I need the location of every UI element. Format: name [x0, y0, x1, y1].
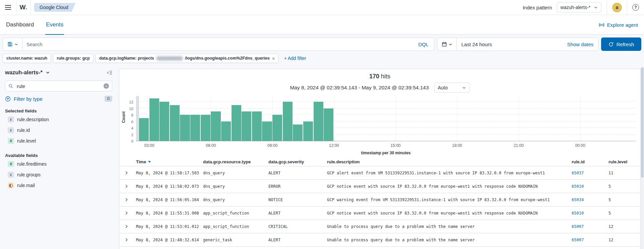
rule-id-link[interactable]: 65010 — [572, 184, 584, 189]
cell-rule-id: 65010 — [572, 184, 608, 189]
histogram-bar[interactable] — [149, 98, 159, 141]
column-header-rule-description[interactable]: rule.description — [327, 159, 572, 164]
collapse-sidebar-button[interactable] — [107, 70, 112, 75]
y-tick-label: 0 — [122, 139, 133, 143]
expand-row-button[interactable] — [119, 198, 136, 201]
expand-row-button[interactable] — [119, 211, 136, 215]
top-header: W. Google Cloud Index pattern wazuh-aler… — [0, 0, 644, 15]
saved-queries-button[interactable] — [3, 38, 22, 51]
histogram-bar[interactable] — [159, 102, 169, 141]
filter-pill[interactable]: cluster.name: wazuh — [3, 54, 51, 63]
histogram-bar[interactable] — [221, 121, 231, 141]
expand-row-button[interactable] — [119, 184, 136, 188]
cell-rule-description: GCP alert event from VM 531339229531.ins… — [327, 171, 572, 175]
histogram-bar[interactable] — [242, 111, 251, 141]
scrollbar-thumb[interactable] — [641, 67, 644, 178]
histogram-bar[interactable] — [314, 102, 323, 141]
query-language-button[interactable]: DQL — [413, 42, 434, 47]
breadcrumb-google-cloud[interactable]: Google Cloud — [34, 3, 76, 12]
expand-row-button[interactable] — [119, 238, 136, 242]
broadcast-icon — [599, 22, 604, 28]
menu-button[interactable] — [0, 5, 16, 10]
field-item-rule-groups[interactable]: trule.groups — [5, 169, 112, 180]
y-tick-label: 10 — [122, 107, 133, 111]
remove-filter-icon[interactable]: × — [272, 56, 275, 61]
histogram-bar[interactable] — [170, 105, 180, 141]
column-header-severity[interactable]: data.gcp.severity — [268, 159, 327, 164]
clear-search-icon[interactable]: × — [104, 83, 109, 89]
avatar[interactable]: a — [612, 3, 622, 12]
x-gridline — [519, 96, 519, 141]
field-item-rule-id[interactable]: trule.id — [5, 125, 112, 136]
rule-id-link[interactable]: 65010 — [572, 211, 584, 216]
available-fields-header: Available fields — [5, 153, 112, 158]
hits-count: 170 hits — [119, 73, 640, 80]
chevron-down-icon — [594, 5, 598, 9]
column-title: Time — [136, 159, 146, 164]
tab-dashboard[interactable]: Dashboard — [6, 15, 34, 34]
cell-time: May 8, 2024 @ 11:53:01.012 — [136, 224, 203, 229]
histogram-bar[interactable] — [283, 102, 293, 141]
rule-id-link[interactable]: 65037 — [572, 171, 584, 175]
expand-row-button[interactable] — [119, 171, 136, 175]
rule-id-link[interactable]: 65007 — [572, 238, 584, 242]
show-dates-button[interactable]: Show dates — [567, 42, 593, 47]
cell-rule-id: 65007 — [572, 238, 608, 242]
explore-agent-link[interactable]: Explore agent — [599, 22, 638, 28]
cell-time: May 8, 2024 @ 11:48:32.614 — [136, 238, 203, 242]
filter-icon — [5, 96, 11, 102]
histogram-bar[interactable] — [232, 105, 241, 141]
expand-row-button[interactable] — [119, 225, 136, 228]
boolean-icon — [9, 183, 13, 188]
boolean-field-icon — [8, 182, 14, 188]
field-item-rule-mail[interactable]: rule.mail — [5, 180, 112, 191]
field-item-rule-firedtimes[interactable]: #rule.firedtimes — [5, 159, 112, 169]
cell-rule-level: 11 — [608, 171, 640, 175]
divider — [607, 0, 607, 15]
index-pattern-select[interactable]: wazuh-alerts-* — [557, 2, 601, 12]
histogram-bar[interactable] — [303, 121, 313, 141]
rule-id-link[interactable]: 65034 — [572, 197, 584, 202]
field-name: rule.id — [17, 128, 30, 133]
time-range-value[interactable]: Last 24 hours — [461, 42, 492, 47]
column-header-rule-level[interactable]: rule.level — [608, 159, 640, 164]
filter-pill-logname[interactable]: data.gcp.logName: projects/logs/dns.goog… — [95, 54, 279, 63]
histogram-bar[interactable] — [180, 115, 190, 141]
rule-id-link[interactable]: 65007 — [572, 224, 584, 229]
histogram-bar[interactable] — [272, 115, 282, 141]
cell-rule-id: 65007 — [572, 224, 608, 229]
column-header-time[interactable]: Time — [136, 159, 203, 164]
interval-select[interactable]: Auto — [434, 83, 470, 93]
cell-resource-type: dns_query — [203, 184, 268, 189]
field-item-rule-level[interactable]: #rule.level — [5, 136, 112, 146]
cell-rule-description: GCP notice event with source IP 83.32.0.… — [327, 211, 572, 216]
histogram-bar[interactable] — [211, 111, 220, 141]
sidebar-index-pattern[interactable]: wazuh-alerts-* — [5, 69, 50, 76]
calendar-button[interactable] — [437, 38, 457, 51]
field-item-rule-description[interactable]: trule.description — [5, 114, 112, 125]
expand-row-icon — [125, 225, 128, 228]
histogram-bar[interactable] — [262, 121, 272, 141]
histogram-bar[interactable] — [324, 108, 333, 141]
histogram-bar[interactable] — [293, 124, 303, 141]
histogram-bar[interactable] — [252, 111, 262, 141]
calendar-icon — [442, 42, 447, 47]
filter-pill[interactable]: rule.groups: gcp — [53, 54, 93, 63]
search-input[interactable] — [22, 42, 413, 47]
refresh-button[interactable]: Refresh — [601, 37, 641, 51]
histogram-bar[interactable] — [190, 115, 200, 141]
column-header-rule-id[interactable]: rule.id — [572, 159, 608, 164]
wazuh-logo[interactable]: W. — [16, 4, 30, 11]
field-search-input[interactable] — [16, 83, 101, 89]
column-header-resource-type[interactable]: data.gcp.resource.type — [203, 159, 268, 164]
tab-events[interactable]: Events — [46, 15, 63, 34]
cell-time: May 8, 2024 @ 11:58:17.503 — [136, 171, 203, 175]
filter-by-type-button[interactable]: Filter by type — [5, 96, 43, 102]
x-tick-label: 09:00 — [267, 143, 277, 148]
cell-rule-level: 5 — [608, 184, 640, 189]
histogram-bar[interactable] — [139, 118, 149, 141]
cell-severity: ERROR — [268, 184, 327, 189]
help-icon[interactable]: ? — [632, 4, 639, 11]
histogram-bar[interactable] — [201, 115, 210, 141]
add-filter-button[interactable]: + Add filter — [284, 56, 306, 61]
